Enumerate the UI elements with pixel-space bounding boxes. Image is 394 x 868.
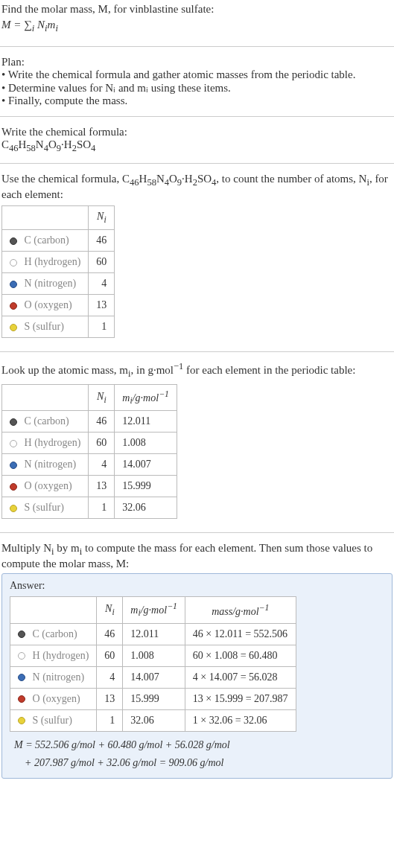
- plan-section: Plan: • Write the chemical formula and g…: [0, 53, 394, 110]
- divider: [0, 163, 394, 164]
- element-mass-product: 60 × 1.008 = 60.480: [185, 645, 296, 666]
- header-ni: Ni: [89, 206, 115, 230]
- plan-item-3: • Finally, compute the mass.: [1, 95, 393, 107]
- formula-heading: Write the chemical formula:: [1, 126, 393, 138]
- element-cell: H (hydrogen): [2, 251, 89, 272]
- table-row: S (sulfur) 1 32.06: [2, 497, 177, 519]
- element-cell: O (oxygen): [2, 294, 89, 316]
- table-row: N (nitrogen) 4 14.007: [2, 454, 177, 476]
- count-text: Use the chemical formula, C46H58N4O9·H2S…: [1, 173, 393, 201]
- element-count: 1: [89, 497, 115, 519]
- element-cell: N (nitrogen): [2, 272, 89, 294]
- element-atomic-mass: 32.06: [123, 709, 185, 731]
- divider: [0, 116, 394, 117]
- element-symbol: O: [25, 480, 32, 491]
- element-dot-icon: [18, 717, 25, 724]
- mass-table: Ni mi/g·mol−1 C (carbon) 46 12.011 H (hy…: [1, 384, 177, 519]
- element-mass-product: 4 × 14.007 = 56.028: [185, 666, 296, 688]
- element-symbol: C: [33, 628, 39, 639]
- mass-section: Look up the atomic mass, mi, in g·mol−1 …: [0, 358, 394, 526]
- element-dot-icon: [18, 652, 25, 660]
- mass-table-body: C (carbon) 46 12.011 H (hydrogen) 60 1.0…: [2, 411, 177, 519]
- table-row: O (oxygen) 13: [2, 294, 115, 316]
- element-name: sulfur: [44, 715, 69, 726]
- multiply-section: Multiply Ni by mi to compute the mass fo…: [0, 539, 394, 784]
- element-dot-icon: [10, 237, 17, 245]
- element-symbol: S: [25, 502, 31, 513]
- header-ni: Ni: [89, 384, 115, 410]
- table-header-row: Ni mi/g·mol−1 mass/g·mol−1: [10, 597, 296, 623]
- answer-box: Answer: Ni mi/g·mol−1 mass/g·mol−1 C (ca…: [1, 573, 393, 778]
- element-mass-product: 13 × 15.999 = 207.987: [185, 688, 296, 709]
- plan-item-2: • Determine values for Nᵢ and mᵢ using t…: [1, 81, 393, 95]
- mass-text: Look up the atomic mass, mi, in g·mol−1 …: [1, 361, 393, 380]
- element-name: hydrogen: [38, 437, 77, 448]
- element-cell: C (carbon): [2, 229, 89, 251]
- element-cell: H (hydrogen): [10, 645, 97, 666]
- answer-table-body: C (carbon) 46 12.011 46 × 12.011 = 552.5…: [10, 623, 296, 731]
- element-dot-icon: [10, 324, 17, 331]
- element-count: 4: [89, 272, 115, 294]
- header-blank: [2, 384, 89, 410]
- count-table-body: C (carbon) 46 H (hydrogen) 60 N (nitroge…: [2, 229, 115, 337]
- element-symbol: H: [25, 256, 32, 267]
- element-dot-icon: [18, 695, 25, 703]
- element-cell: S (sulfur): [2, 316, 89, 337]
- element-dot-icon: [10, 483, 17, 491]
- element-count: 4: [97, 666, 123, 688]
- element-symbol: N: [25, 278, 32, 289]
- element-dot-icon: [10, 302, 17, 310]
- element-count: 13: [97, 688, 123, 709]
- intro-section: Find the molar mass, M, for vinblastine …: [0, 0, 394, 40]
- element-mass: 15.999: [115, 476, 177, 497]
- header-mass: mass/g·mol−1: [185, 597, 296, 623]
- answer-label: Answer:: [10, 580, 384, 592]
- plan-heading: Plan:: [1, 56, 393, 68]
- element-symbol: O: [33, 693, 40, 704]
- element-count: 60: [97, 645, 123, 666]
- formula-section: Write the chemical formula: C46H58N4O9·H…: [0, 123, 394, 157]
- element-cell: O (oxygen): [10, 688, 97, 709]
- element-mass: 1.008: [115, 433, 177, 454]
- element-mass-product: 1 × 32.06 = 32.06: [185, 709, 296, 731]
- table-row: O (oxygen) 13 15.999: [2, 476, 177, 497]
- chemical-formula: C46H58N4O9·H2SO4: [1, 138, 393, 154]
- element-name: nitrogen: [38, 459, 73, 470]
- header-mi: mi/g·mol−1: [115, 384, 177, 410]
- element-atomic-mass: 1.008: [123, 645, 185, 666]
- element-name: carbon: [37, 415, 66, 427]
- element-name: carbon: [45, 628, 74, 639]
- element-atomic-mass: 12.011: [123, 623, 185, 645]
- divider: [0, 46, 394, 47]
- element-count: 13: [89, 294, 115, 316]
- element-count: 60: [89, 251, 115, 272]
- element-count: 46: [89, 229, 115, 251]
- element-symbol: N: [25, 459, 32, 470]
- element-symbol: C: [25, 415, 31, 427]
- element-symbol: H: [25, 437, 32, 448]
- answer-sum-line-2: + 207.987 g/mol + 32.06 g/mol = 909.06 g…: [10, 754, 384, 772]
- element-dot-icon: [10, 259, 17, 267]
- element-dot-icon: [10, 440, 17, 447]
- element-symbol: C: [25, 234, 31, 246]
- divider: [0, 532, 394, 533]
- element-symbol: H: [33, 650, 40, 661]
- intro-formula: M = ∑i Nimi: [1, 19, 393, 34]
- element-cell: S (sulfur): [10, 709, 97, 731]
- element-dot-icon: [10, 462, 17, 469]
- header-ni: Ni: [97, 597, 123, 623]
- element-name: nitrogen: [38, 278, 73, 289]
- element-count: 60: [89, 433, 115, 454]
- divider: [0, 351, 394, 352]
- header-blank: [10, 597, 97, 623]
- element-name: oxygen: [38, 299, 69, 310]
- intro-line-1: Find the molar mass, M, for vinblastine …: [1, 3, 393, 16]
- table-row: C (carbon) 46 12.011 46 × 12.011 = 552.5…: [10, 623, 296, 645]
- element-mass: 14.007: [115, 454, 177, 476]
- element-name: sulfur: [36, 502, 60, 513]
- table-row: H (hydrogen) 60: [2, 251, 115, 272]
- count-section: Use the chemical formula, C46H58N4O9·H2S…: [0, 170, 394, 345]
- header-blank: [2, 206, 89, 230]
- element-count: 46: [89, 411, 115, 433]
- element-dot-icon: [10, 418, 17, 426]
